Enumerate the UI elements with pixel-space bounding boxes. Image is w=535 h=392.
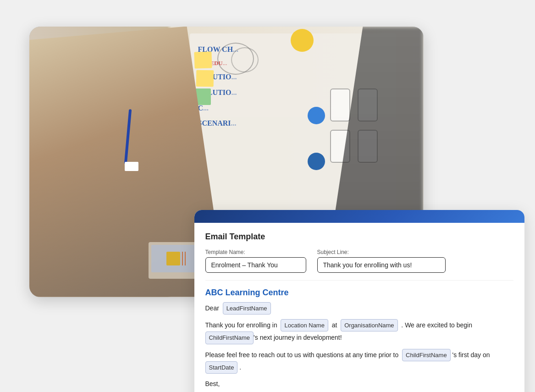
- location-name-tag: Location Name: [281, 319, 328, 331]
- body2-pre: Please feel free to reach out to us with…: [205, 351, 399, 359]
- template-name-input[interactable]: [205, 257, 306, 273]
- sign-best: Best,: [205, 378, 513, 390]
- card-header-bar: [194, 210, 524, 223]
- body1-end: 's next journey in development!: [254, 334, 342, 341]
- body2-mid: 's first day on: [452, 351, 490, 359]
- dear-label: Dear: [205, 304, 219, 312]
- body2-end: .: [239, 364, 241, 371]
- subject-line-label: Subject Line:: [317, 249, 446, 255]
- email-template-title: Email Template: [205, 232, 513, 242]
- body1-post: . We are excited to begin: [401, 321, 472, 329]
- email-preview: ABC Learning Centre Dear LeadFirstName T…: [205, 280, 513, 392]
- organisation-name-tag: OrganisationName: [341, 319, 397, 331]
- subject-line-input[interactable]: [317, 257, 446, 273]
- child-first-name-tag-2: ChildFirstName: [402, 349, 451, 361]
- template-name-label: Template Name:: [205, 249, 306, 255]
- child-first-name-tag-1: ChildFirstName: [205, 331, 254, 344]
- body1-pre: Thank you for enrolling in: [205, 321, 277, 329]
- start-date-tag: StartDate: [205, 361, 238, 374]
- lead-first-name-tag: LeadFirstName: [223, 302, 271, 315]
- org-name: ABC Learning Centre: [205, 288, 513, 298]
- body1-at: at: [332, 321, 337, 329]
- email-template-card: Email Template Template Name: Subject Li…: [194, 210, 524, 392]
